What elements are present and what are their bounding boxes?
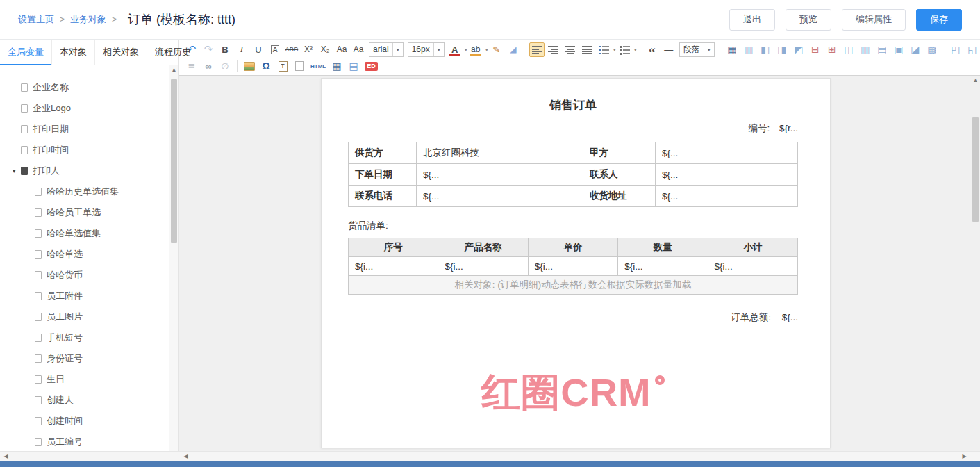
tree-item[interactable]: 企业Logo (0, 98, 178, 119)
insert-table-icon[interactable]: ▦ (724, 42, 740, 57)
special-char-icon[interactable]: Ω (258, 59, 274, 74)
info-label-cell[interactable]: 甲方 (583, 142, 656, 164)
underline-icon[interactable]: U (251, 42, 266, 57)
canvas-scrollbar[interactable]: ▲ ▼ (971, 76, 980, 467)
chevron-down-icon[interactable] (613, 47, 616, 53)
superscript-icon[interactable]: X² (301, 42, 316, 57)
sidebar-tab[interactable]: 流程历史 (147, 40, 199, 65)
tree-item[interactable]: 哈哈单选值集 (0, 223, 178, 244)
cell-props-icon[interactable]: ◪ (908, 42, 923, 57)
tree-item[interactable]: 打印时间 (0, 140, 178, 161)
tree-item[interactable]: 员工附件 (0, 286, 178, 306)
info-value-cell[interactable]: ${... (656, 164, 798, 186)
delete-table-icon[interactable]: ▩ (924, 42, 940, 57)
insert-row-below-icon[interactable]: ◩ (791, 42, 806, 57)
items-header-cell[interactable]: 序号 (349, 238, 438, 257)
paste-text-icon[interactable]: T (275, 59, 290, 74)
redo-icon[interactable]: ↷ (201, 42, 216, 57)
number-placeholder[interactable]: ${r... (779, 123, 798, 133)
float-left-icon[interactable]: ◰ (948, 42, 963, 57)
lowercase-icon[interactable]: Aa (351, 42, 366, 57)
scroll-left-icon[interactable]: ◀ (181, 452, 190, 461)
sidebar-tab[interactable]: 全局变量 (0, 40, 52, 65)
tree-item[interactable]: 哈哈历史单选值集 (0, 181, 178, 202)
info-label-cell[interactable]: 联系电话 (349, 186, 417, 207)
items-header-cell[interactable]: 产品名称 (438, 238, 528, 257)
unlink-icon[interactable]: ∅ (217, 59, 233, 74)
doc-template-icon[interactable]: ▤ (346, 59, 361, 74)
exit-button[interactable]: 退出 (729, 9, 775, 31)
horizontal-rule-icon[interactable]: — (661, 42, 676, 57)
sidebar-scrollbar[interactable]: ▲ ▼ (169, 65, 178, 457)
scroll-up-icon[interactable]: ▲ (169, 65, 178, 74)
document-page[interactable]: 销售订单 编号: ${r... 供货方 北京红圈科技 (321, 78, 831, 448)
merge-table-icon[interactable]: ▣ (891, 42, 906, 57)
dynamic-rows-note[interactable]: 相关对象: (订单明细)动态表格行数会根据实际数据量加载 (349, 276, 798, 295)
split-rows-icon[interactable]: ▤ (874, 42, 890, 57)
html-source-icon[interactable]: HTML (308, 59, 328, 74)
align-center-icon[interactable] (563, 42, 578, 57)
char-border-icon[interactable]: A (271, 45, 280, 54)
tree-item[interactable]: 创建人 (0, 390, 178, 411)
edit-properties-button[interactable]: 编辑属性 (842, 9, 906, 31)
align-left-icon[interactable] (529, 42, 545, 57)
tree-item[interactable]: 员工编号 (0, 432, 178, 452)
table-row-props-icon[interactable]: ▥ (741, 42, 756, 57)
items-value-cell[interactable]: ${i... (708, 257, 797, 276)
tree-item[interactable]: 手机短号 (0, 327, 178, 348)
link-icon[interactable]: ∞ (201, 59, 216, 74)
tree-item[interactable]: 哈哈货币 (0, 265, 178, 286)
tree-item[interactable]: 身份证号 (0, 348, 178, 369)
scroll-left-icon[interactable]: ◀ (1, 452, 10, 461)
preview-button[interactable]: 预览 (786, 9, 831, 31)
float-center-icon[interactable]: ◱ (965, 42, 980, 57)
document-number-line[interactable]: 编号: ${r... (348, 122, 798, 135)
tree-item[interactable]: 哈哈单选 (0, 244, 178, 265)
delete-col-icon[interactable]: ⊟ (808, 42, 823, 57)
order-total-line[interactable]: 订单总额: ${... (348, 311, 798, 324)
chevron-down-icon[interactable] (465, 47, 467, 53)
uppercase-icon[interactable]: Aa (334, 42, 349, 57)
insert-col-left-icon[interactable]: ◧ (758, 42, 773, 57)
items-header-cell[interactable]: 数量 (618, 238, 708, 257)
highlight-color-icon[interactable]: ab (468, 42, 483, 57)
breadcrumb-link-settings-home[interactable]: 设置主页 (18, 13, 54, 26)
hongquan-crm-logo[interactable]: 红圈CRM (481, 367, 665, 420)
chevron-down-icon[interactable] (485, 47, 488, 53)
info-label-cell[interactable]: 联系人 (583, 164, 656, 186)
info-label-cell[interactable]: 下单日期 (349, 164, 417, 186)
items-value-cell[interactable]: ${i... (528, 257, 617, 276)
tree-item[interactable]: 员工图片 (0, 306, 178, 327)
blockquote-icon[interactable]: “ (645, 42, 660, 57)
caret-down-icon[interactable] (13, 167, 21, 174)
subscript-icon[interactable]: X₂ (317, 42, 333, 57)
total-placeholder[interactable]: ${... (782, 312, 798, 322)
insert-image-icon[interactable] (242, 59, 257, 74)
scroll-up-icon[interactable]: ▲ (971, 76, 980, 85)
sidebar-tab[interactable]: 相关对象 (95, 40, 147, 65)
breadcrumb-link-business-object[interactable]: 业务对象 (70, 13, 106, 26)
unordered-list-icon[interactable] (617, 42, 632, 57)
justify-icon[interactable] (579, 42, 595, 57)
tree-item[interactable]: 生日 (0, 369, 178, 390)
strikethrough-icon[interactable]: ABC (284, 42, 299, 57)
items-header-cell[interactable]: 小计 (708, 238, 797, 257)
info-label-cell[interactable]: 供货方 (349, 142, 417, 164)
info-value-cell[interactable]: ${... (417, 164, 583, 186)
horizontal-scrollbar[interactable]: ◀ ◀ ▶ (0, 451, 980, 461)
tree-item[interactable]: 打印人 (0, 161, 178, 181)
quick-table-icon[interactable]: ▦ (329, 59, 344, 74)
scroll-right-icon[interactable]: ▶ (960, 452, 969, 461)
font-color-icon[interactable]: A (447, 42, 463, 57)
info-value-cell[interactable]: ${... (417, 186, 583, 207)
align-right-icon[interactable] (546, 42, 561, 57)
bold-icon[interactable]: B (217, 42, 233, 57)
sidebar-tab[interactable]: 本对象 (52, 40, 95, 65)
info-label-cell[interactable]: 收货地址 (583, 186, 656, 207)
paragraph-format-select[interactable]: 段落 (679, 42, 715, 57)
new-page-icon[interactable] (292, 59, 307, 74)
remove-format-icon[interactable]: ◢ (506, 42, 521, 57)
scrollbar-thumb[interactable] (171, 79, 177, 243)
document-title[interactable]: 销售订单 (348, 97, 798, 113)
info-value-cell[interactable]: 北京红圈科技 (417, 142, 583, 164)
